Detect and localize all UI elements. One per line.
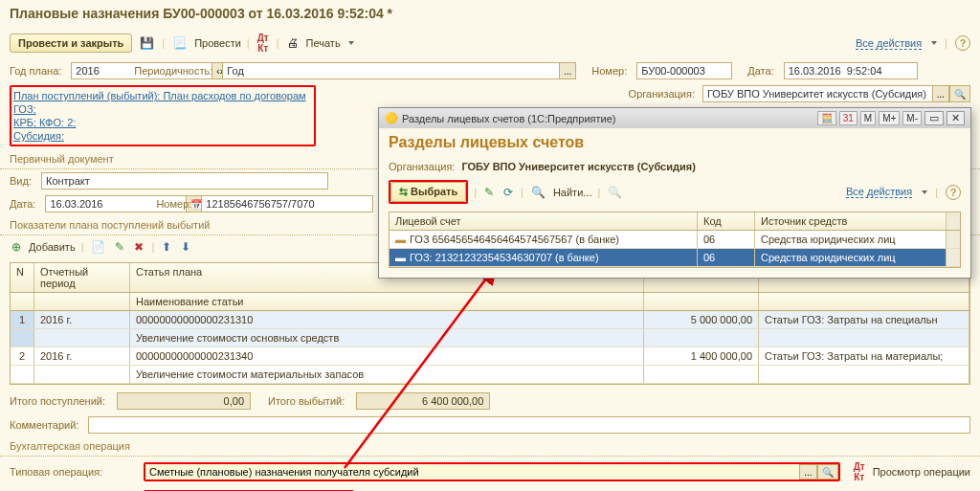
popup-mminus-btn[interactable]: M-	[902, 111, 922, 125]
col-period: Отчетный период	[34, 263, 130, 292]
popup-title-bar[interactable]: 🟡 Разделы лицевых счетов (1С:Предприятие…	[379, 108, 970, 128]
save-icon[interactable]: 💾	[138, 34, 156, 52]
table-subrow: Увеличение стоимости основных средств	[11, 329, 969, 347]
print-dropdown-icon[interactable]	[348, 41, 354, 45]
totals-out-label: Итого выбытий:	[268, 395, 345, 407]
header-row-1: Год плана: ‹› Периодичность: ... Номер: …	[0, 59, 980, 82]
col-article-name: Наименование статьи	[130, 293, 644, 310]
comment-label: Комментарий:	[10, 419, 78, 431]
popup-col-code: Код	[698, 212, 755, 230]
comment-row: Комментарий:	[0, 413, 980, 436]
table-subheader: Наименование статьи	[11, 293, 969, 311]
post-icon[interactable]: 📃	[170, 34, 189, 52]
dtct-icon[interactable]: ДтКт	[256, 31, 271, 56]
dtct-preview-icon[interactable]: ДтКт	[852, 459, 867, 484]
typical-op-label: Типовая операция:	[10, 466, 134, 478]
popup-org-row: Организация: ГОБУ ВПО Университет искусс…	[379, 157, 970, 176]
org-label: Организация:	[629, 88, 695, 100]
copy-icon[interactable]: 📄	[89, 238, 107, 256]
doc-date-label: Дата:	[10, 198, 35, 210]
subsidy-link[interactable]: Субсидия:	[13, 130, 64, 142]
totals-row: Итого поступлений: 0,00 Итого выбытий: 6…	[0, 389, 980, 413]
popup-refresh-icon[interactable]: ⟳	[501, 184, 515, 201]
folder-icon: ▬	[395, 252, 406, 263]
date-input[interactable]	[784, 62, 918, 79]
popup-all-actions-dropdown[interactable]	[922, 190, 927, 194]
popup-table-header: Лицевой счет Код Источник средств	[390, 212, 960, 231]
org-search-icon[interactable]: 🔍	[949, 85, 970, 102]
year-plan-label: Год плана:	[10, 65, 61, 77]
popup-help-icon[interactable]: ?	[946, 185, 961, 200]
all-actions-dropdown-icon[interactable]	[931, 41, 937, 45]
krb-link[interactable]: КРБ; КФО: 2;	[13, 117, 76, 128]
booking-section-header: Бухгалтерская операция	[0, 436, 980, 457]
help-icon[interactable]: ?	[955, 35, 970, 51]
plan-link[interactable]: План поступлений (выбытий): План расходо…	[13, 90, 306, 115]
popup-min-icon[interactable]: ▭	[924, 111, 944, 125]
popup-edit-icon[interactable]: ✎	[482, 184, 496, 201]
folder-icon: ▬	[395, 234, 406, 245]
popup-close-icon[interactable]: ✕	[947, 111, 965, 125]
down-icon[interactable]: ⬇	[179, 238, 192, 256]
post-label: Провести	[194, 37, 241, 49]
comment-input[interactable]	[88, 416, 970, 434]
typical-op-search-icon[interactable]: 🔍	[817, 464, 838, 480]
popup-app-icon: 🟡	[385, 112, 398, 124]
post-and-close-button[interactable]: Провести и закрыть	[10, 33, 132, 53]
popup-select-button[interactable]: ⇆ Выбрать	[390, 182, 466, 202]
totals-in: 0,00	[117, 392, 251, 410]
doc-number-input[interactable]	[201, 195, 373, 212]
periodicity-input[interactable]	[222, 62, 559, 79]
org-input[interactable]	[702, 85, 932, 102]
popup-mplus-btn[interactable]: M+	[879, 111, 900, 125]
table-subrow: Увеличение стоимости материальных запасо…	[11, 366, 969, 384]
number-label: Номер:	[591, 65, 627, 77]
number-input[interactable]	[636, 62, 732, 79]
popup-find-label: Найти...	[553, 187, 592, 198]
popup-sections: 🟡 Разделы лицевых счетов (1С:Предприятие…	[378, 107, 971, 279]
popup-org-label: Организация:	[389, 161, 455, 172]
popup-title: Разделы лицевых счетов (1С:Предприятие)	[402, 113, 616, 124]
periodicity-label: Периодичность:	[134, 65, 212, 77]
preview-op-label: Просмотр операции	[873, 466, 970, 478]
table-row[interactable]: 1 2016 г. 00000000000000231310 5 000 000…	[11, 311, 969, 329]
popup-table: Лицевой счет Код Источник средств ▬ГОЗ 6…	[389, 212, 961, 268]
date-label: Дата:	[747, 65, 773, 77]
main-toolbar: Провести и закрыть 💾 | 📃 Провести | ДтКт…	[0, 27, 980, 59]
doc-number-label: Номер:	[156, 198, 191, 210]
plan-link-box: План поступлений (выбытий): План расходо…	[10, 85, 316, 146]
popup-col-account: Лицевой счет	[390, 212, 698, 230]
popup-header: Разделы лицевых счетов	[379, 128, 970, 157]
popup-col-source: Источник средств	[755, 212, 947, 230]
popup-all-actions[interactable]: Все действия	[846, 186, 912, 198]
all-actions-link[interactable]: Все действия	[856, 37, 922, 50]
table-row[interactable]: 2 2016 г. 00000000000000231340 1 400 000…	[11, 347, 969, 366]
print-icon[interactable]: 🖨	[285, 34, 301, 52]
popup-calc-icon[interactable]: 🧮	[817, 111, 836, 125]
org-ellipsis[interactable]: ...	[932, 85, 949, 102]
print-label: Печать	[306, 37, 341, 49]
up-icon[interactable]: ⬆	[160, 238, 173, 256]
typical-op-row: Типовая операция: ... 🔍 ДтКт Просмотр оп…	[0, 457, 980, 487]
delete-icon[interactable]: ✖	[132, 238, 145, 256]
popup-toolbar: ⇆ Выбрать | ✎ ⟳ | 🔍 Найти... | 🔍 Все дей…	[379, 176, 970, 208]
add-icon[interactable]: ⊕	[10, 238, 23, 256]
popup-m-btn[interactable]: M	[860, 111, 876, 125]
page-title: Плановые назначения БУ00-000003 от 16.03…	[0, 0, 980, 27]
plan-table: N Отчетный период Статья плана Наименова…	[10, 262, 970, 385]
popup-cal-icon[interactable]: 31	[839, 111, 858, 125]
typical-op-input[interactable]	[145, 464, 799, 480]
add-label: Добавить	[29, 241, 76, 253]
popup-clear-find-icon[interactable]: 🔍	[606, 184, 624, 201]
popup-table-row-selected[interactable]: ▬ГОЗ: 21321232354534630707 (в банке) 06 …	[390, 249, 960, 267]
popup-table-row[interactable]: ▬ГОЗ 656456546456464574567567 (в банке) …	[390, 231, 960, 249]
account-section-row: Раздел лицевого счета: ... 🔍	[0, 487, 980, 491]
periodicity-ellipsis[interactable]: ...	[559, 62, 576, 79]
totals-in-label: Итого поступлений:	[10, 395, 105, 407]
kind-input[interactable]	[41, 172, 328, 190]
edit-icon[interactable]: ✎	[113, 238, 126, 256]
typical-op-ellipsis[interactable]: ...	[799, 464, 816, 480]
totals-out: 6 400 000,00	[356, 392, 490, 410]
col-n: N	[11, 263, 34, 292]
popup-find-icon[interactable]: 🔍	[529, 184, 547, 201]
